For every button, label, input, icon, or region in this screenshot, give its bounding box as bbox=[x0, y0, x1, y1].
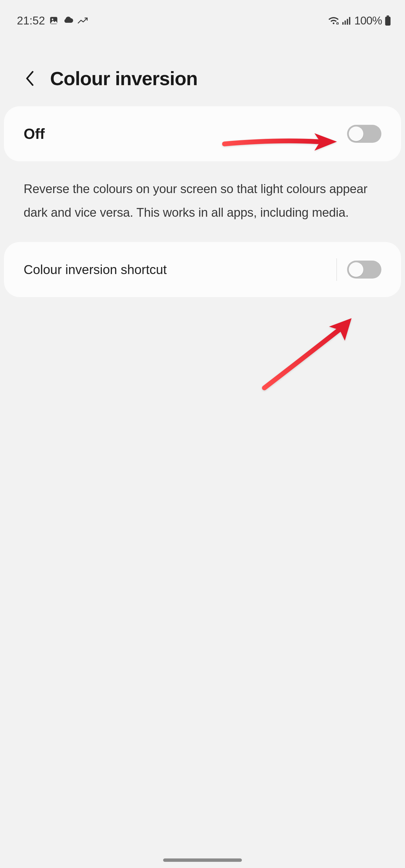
battery-percent: 100% bbox=[354, 14, 382, 27]
svg-rect-2 bbox=[342, 22, 344, 25]
svg-rect-3 bbox=[345, 21, 346, 25]
shortcut-label: Colour inversion shortcut bbox=[24, 262, 167, 277]
switch-knob bbox=[349, 262, 364, 277]
main-toggle-switch[interactable] bbox=[347, 125, 381, 143]
main-toggle-row[interactable]: Off bbox=[24, 106, 381, 161]
shortcut-card: Colour inversion shortcut bbox=[4, 242, 401, 297]
page-title: Colour inversion bbox=[50, 67, 197, 89]
vertical-divider bbox=[336, 258, 337, 281]
description-text: Reverse the colours on your screen so th… bbox=[0, 161, 405, 242]
svg-rect-7 bbox=[385, 17, 390, 26]
signal-icon bbox=[342, 16, 352, 25]
back-button[interactable] bbox=[22, 70, 38, 86]
cloud-icon bbox=[62, 17, 74, 25]
status-clock: 21:52 bbox=[17, 14, 45, 27]
shortcut-toggle-switch[interactable] bbox=[347, 260, 381, 279]
status-bar: 21:52 100% bbox=[0, 0, 405, 31]
shortcut-row[interactable]: Colour inversion shortcut bbox=[24, 242, 381, 297]
gesture-bar bbox=[163, 859, 242, 862]
svg-rect-4 bbox=[347, 19, 348, 25]
svg-rect-6 bbox=[387, 16, 389, 17]
picture-icon bbox=[49, 16, 58, 25]
svg-rect-5 bbox=[349, 17, 350, 25]
annotation-arrow-2 bbox=[259, 315, 360, 394]
chevron-left-icon bbox=[25, 70, 35, 86]
main-toggle-label: Off bbox=[24, 125, 45, 142]
page-header: Colour inversion bbox=[0, 31, 405, 106]
switch-knob bbox=[349, 126, 364, 141]
svg-point-1 bbox=[52, 19, 53, 20]
main-toggle-card: Off bbox=[4, 106, 401, 161]
wifi-icon bbox=[328, 16, 339, 25]
battery-icon bbox=[385, 16, 391, 26]
trend-icon bbox=[78, 17, 88, 24]
